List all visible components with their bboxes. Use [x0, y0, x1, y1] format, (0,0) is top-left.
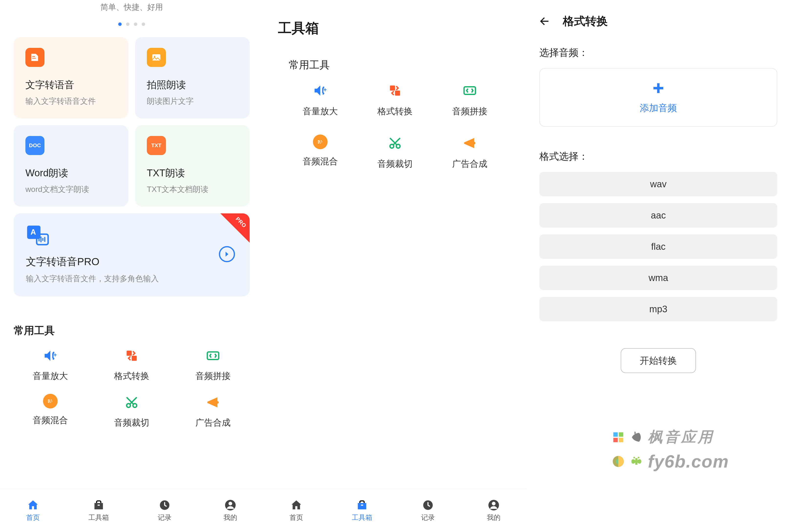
tool-label: 音频拼接 — [452, 106, 487, 117]
svg-point-25 — [633, 457, 635, 458]
page-title: 格式转换 — [563, 14, 608, 29]
plus-icon — [651, 81, 666, 95]
nav-toolbox[interactable]: 工具箱 — [329, 489, 395, 532]
audio-splice-icon — [204, 347, 222, 364]
tagline: 简单、快捷、好用 — [14, 0, 250, 13]
format-option-wav[interactable]: wav — [539, 172, 777, 196]
add-audio-label: 添加音频 — [640, 102, 677, 114]
tool-ad-synth[interactable]: 广告合成 — [433, 134, 507, 170]
nav-history[interactable]: 记录 — [132, 489, 198, 532]
screen-format-convert: 格式转换 选择音频： 添加音频 格式选择： wavaacflacwmamp3 开… — [527, 0, 790, 532]
audio-splice-icon — [461, 82, 478, 99]
add-audio-button[interactable]: 添加音频 — [539, 68, 777, 127]
tool-audio-cut[interactable]: 音频裁切 — [91, 394, 172, 429]
tool-grid-toolbox: 音量放大格式转换音频拼接音频混合音频裁切广告合成 — [283, 82, 507, 170]
screen-home: 简单、快捷、好用 文字转语音 输入文字转语音文件 拍照朗读 朗读图片文字 DOC… — [0, 0, 263, 532]
tool-volume-up[interactable]: 音量放大 — [283, 82, 357, 117]
card-sub: 朗读图片文字 — [147, 96, 238, 107]
tool-volume-up[interactable]: 音量放大 — [10, 347, 91, 382]
card-title: 拍照朗读 — [147, 78, 238, 92]
tool-label: 广告合成 — [196, 417, 231, 429]
audio-mix-icon — [313, 134, 328, 149]
tools-heading: 常用工具 — [10, 324, 254, 337]
image-icon — [147, 48, 166, 67]
tool-grid-home: 音量放大格式转换音频拼接音频混合音频裁切广告合成 — [10, 347, 254, 429]
format-option-mp3[interactable]: mp3 — [539, 297, 777, 321]
tool-format-convert[interactable]: 格式转换 — [357, 82, 433, 117]
bottom-nav: 首页 工具箱 记录 我的 — [263, 489, 527, 532]
nav-toolbox[interactable]: 工具箱 — [66, 489, 132, 532]
section-heading: 常用工具 — [278, 58, 512, 72]
tool-audio-splice[interactable]: 音频拼接 — [172, 347, 254, 382]
tool-label: 音频裁切 — [114, 417, 149, 429]
svg-rect-20 — [619, 432, 623, 437]
tool-audio-splice[interactable]: 音频拼接 — [433, 82, 507, 117]
card-tts-pro[interactable]: PRO 文字转语音PRO 输入文字转语音文件，支持多角色输入 — [14, 213, 250, 297]
format-select-label: 格式选择： — [539, 150, 777, 163]
format-list: wavaacflacwmamp3 — [539, 172, 777, 321]
audio-mix-icon — [43, 394, 58, 408]
audio-cut-icon — [123, 394, 140, 411]
card-word-read[interactable]: DOC Word朗读 word文档文字朗读 — [14, 125, 128, 207]
tool-label: 音频拼接 — [196, 370, 231, 382]
svg-point-26 — [638, 457, 640, 458]
bottom-nav: 首页 工具箱 记录 我的 — [0, 489, 263, 532]
header: 格式转换 — [527, 0, 790, 46]
tool-label: 音频混合 — [33, 414, 68, 426]
pro-sub: 输入文字转语音文件，支持多角色输入 — [26, 273, 237, 284]
doc-icon: DOC — [25, 136, 44, 155]
tool-audio-cut[interactable]: 音频裁切 — [357, 134, 433, 170]
audio-cut-icon — [386, 134, 404, 152]
ad-synth-icon — [461, 134, 478, 152]
tool-ad-synth[interactable]: 广告合成 — [172, 394, 254, 429]
card-txt-read[interactable]: TXT TXT朗读 TXT文本文档朗读 — [135, 125, 250, 207]
tool-audio-mix[interactable]: 音频混合 — [283, 134, 357, 170]
watermark: 枫音应用 fy6b.com — [612, 427, 780, 476]
card-sub: TXT文本文档朗读 — [147, 184, 238, 195]
card-title: TXT朗读 — [147, 166, 238, 180]
card-title: 文字转语音 — [25, 78, 116, 92]
nav-mine[interactable]: 我的 — [461, 489, 527, 532]
card-sub: word文档文字朗读 — [25, 184, 116, 195]
svg-rect-22 — [619, 438, 623, 442]
screen-toolbox: 工具箱 常用工具 音量放大格式转换音频拼接音频混合音频裁切广告合成 首页 工具箱… — [263, 0, 527, 532]
tts-pro-icon — [26, 225, 49, 246]
tool-label: 音量放大 — [303, 106, 338, 117]
arrow-right-icon[interactable] — [219, 246, 235, 262]
nav-history[interactable]: 记录 — [395, 489, 461, 532]
svg-rect-19 — [613, 432, 618, 437]
txt-icon: TXT — [147, 136, 166, 155]
tool-label: 音频裁切 — [378, 158, 412, 170]
format-option-aac[interactable]: aac — [539, 203, 777, 228]
page-title: 工具箱 — [278, 19, 512, 38]
pro-title: 文字转语音PRO — [26, 255, 237, 269]
nav-home[interactable]: 首页 — [0, 489, 66, 532]
nav-mine[interactable]: 我的 — [198, 489, 263, 532]
format-option-wma[interactable]: wma — [539, 266, 777, 290]
back-icon[interactable] — [538, 15, 551, 27]
tool-format-convert[interactable]: 格式转换 — [91, 347, 172, 382]
format-option-flac[interactable]: flac — [539, 234, 777, 259]
ad-synth-icon — [204, 394, 222, 411]
tool-label: 音频混合 — [303, 155, 338, 168]
svg-rect-21 — [613, 438, 618, 442]
convert-button[interactable]: 开始转换 — [621, 348, 696, 373]
format-convert-icon — [386, 82, 404, 99]
tool-label: 音量放大 — [33, 370, 68, 382]
card-title: Word朗读 — [25, 166, 116, 180]
pro-badge: PRO — [220, 213, 250, 243]
tool-label: 格式转换 — [378, 106, 412, 117]
tts-icon — [25, 48, 44, 67]
card-sub: 输入文字转语音文件 — [25, 96, 116, 107]
select-audio-label: 选择音频： — [539, 46, 777, 59]
format-convert-icon — [123, 347, 140, 364]
nav-home[interactable]: 首页 — [263, 489, 329, 532]
volume-up-icon — [42, 347, 59, 364]
volume-up-icon — [312, 82, 329, 99]
tool-label: 广告合成 — [452, 158, 487, 170]
card-photo-read[interactable]: 拍照朗读 朗读图片文字 — [135, 37, 250, 118]
tool-label: 格式转换 — [114, 370, 149, 382]
card-tts[interactable]: 文字转语音 输入文字转语音文件 — [14, 37, 128, 118]
carousel-dots[interactable] — [14, 13, 250, 37]
tool-audio-mix[interactable]: 音频混合 — [10, 394, 91, 429]
